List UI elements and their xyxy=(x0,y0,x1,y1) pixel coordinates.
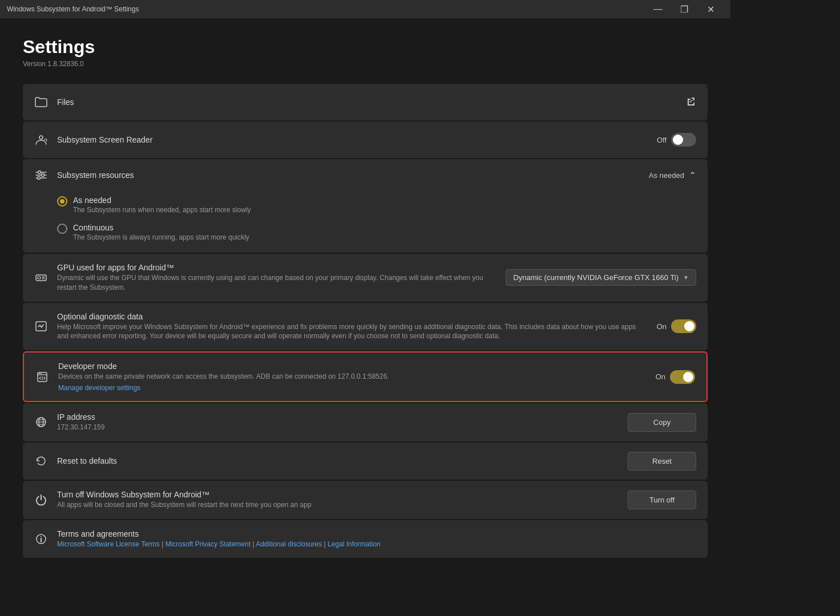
svg-point-5 xyxy=(38,171,41,174)
developer-mode-toggle[interactable] xyxy=(670,370,695,384)
terms-link-3[interactable]: Additional disclosures xyxy=(256,540,322,548)
radio-as-needed[interactable]: As needed The Subsystem runs when needed… xyxy=(57,196,696,214)
reset-icon xyxy=(34,454,48,468)
turn-off-icon xyxy=(34,493,48,506)
screen-reader-toggle-thumb xyxy=(673,135,683,145)
ip-address-row: IP address 172.30.147.159 Copy xyxy=(23,403,708,441)
subsystem-resources-content: Subsystem resources xyxy=(57,171,640,180)
gpu-row: GPU used for apps for Android™ Dynamic w… xyxy=(23,254,708,302)
diagnostic-toggle-thumb xyxy=(684,321,694,331)
developer-mode-control: On xyxy=(656,370,695,384)
window-controls: — ❐ ✕ xyxy=(645,0,724,18)
turn-off-row: Turn off Windows Subsystem for Android™ … xyxy=(23,481,708,519)
terms-link-4[interactable]: Legal Information xyxy=(328,540,381,548)
copy-button[interactable]: Copy xyxy=(628,413,696,432)
close-button[interactable]: ✕ xyxy=(697,0,724,18)
svg-point-17 xyxy=(41,373,42,374)
files-content: Files xyxy=(57,98,677,107)
turn-off-desc: All apps will be closed and the Subsyste… xyxy=(57,500,619,510)
radio-as-needed-label: As needed xyxy=(73,196,251,205)
files-title: Files xyxy=(57,98,677,107)
title-bar: Windows Subsystem for Android™ Settings … xyxy=(0,0,730,18)
developer-mode-row: Developer mode Devices on the same priva… xyxy=(23,351,708,402)
radio-continuous[interactable]: Continuous The Subsystem is always runni… xyxy=(57,223,696,241)
svg-point-16 xyxy=(39,373,40,374)
terms-link-2[interactable]: Microsoft Privacy Statement xyxy=(165,540,251,548)
settings-list: Files Subsystem Screen Reader xyxy=(23,84,708,558)
developer-mode-title: Developer mode xyxy=(58,362,647,371)
gpu-title: GPU used for apps for Android™ xyxy=(57,263,496,272)
diagnostic-toggle[interactable] xyxy=(671,319,696,333)
terms-content: Terms and agreements Microsoft Software … xyxy=(57,529,696,549)
reset-title: Reset to defaults xyxy=(57,456,619,465)
files-open-icon[interactable] xyxy=(686,97,696,107)
reset-control: Reset xyxy=(628,452,696,471)
developer-mode-toggle-label: On xyxy=(656,372,665,381)
subsystem-resources-control: As needed ⌃ xyxy=(649,170,696,181)
radio-as-needed-desc: The Subsystem runs when needed, apps sta… xyxy=(73,206,251,214)
minimize-button[interactable]: — xyxy=(645,0,671,18)
radio-continuous-desc: The Subsystem is always running, apps st… xyxy=(73,233,249,241)
screen-reader-toggle[interactable] xyxy=(671,133,696,147)
screen-reader-content: Subsystem Screen Reader xyxy=(57,135,648,144)
gpu-control: Dynamic (currently NVIDIA GeForce GTX 16… xyxy=(506,269,696,286)
screen-reader-row: Subsystem Screen Reader Off xyxy=(23,121,708,158)
svg-point-1 xyxy=(44,139,45,140)
radio-continuous-circle xyxy=(57,224,67,234)
main-content: Settings Version 1.8.32836.0 Files xyxy=(0,18,730,576)
diagnostic-desc: Help Microsoft improve your Windows Subs… xyxy=(57,322,648,342)
turn-off-button[interactable]: Turn off xyxy=(628,491,696,509)
gpu-dropdown-arrow: ▼ xyxy=(683,274,689,281)
terms-row: Terms and agreements Microsoft Software … xyxy=(23,520,708,558)
turn-off-control: Turn off xyxy=(628,491,696,509)
diagnostic-icon xyxy=(34,319,48,333)
screen-reader-title: Subsystem Screen Reader xyxy=(57,135,648,144)
ip-address-control: Copy xyxy=(628,413,696,432)
files-row: Files xyxy=(23,84,708,120)
subsystem-resources-icon xyxy=(34,168,48,182)
gpu-content: GPU used for apps for Android™ Dynamic w… xyxy=(57,263,496,293)
turn-off-title: Turn off Windows Subsystem for Android™ xyxy=(57,490,619,499)
diagnostic-content: Optional diagnostic data Help Microsoft … xyxy=(57,312,648,342)
gpu-desc: Dynamic will use the GPU that Windows is… xyxy=(57,273,496,293)
subsystem-resources-options: As needed The Subsystem runs when needed… xyxy=(34,191,696,244)
svg-rect-9 xyxy=(38,277,41,279)
maximize-button[interactable]: ❐ xyxy=(671,0,697,18)
ip-address-title: IP address xyxy=(57,412,619,422)
ip-address-content: IP address 172.30.147.159 xyxy=(57,412,619,432)
diagnostic-control: On xyxy=(657,319,696,333)
terms-links: Microsoft Software License Terms | Micro… xyxy=(57,540,696,549)
radio-as-needed-circle xyxy=(57,196,67,206)
developer-mode-toggle-thumb xyxy=(683,372,693,382)
terms-icon xyxy=(34,532,48,546)
diagnostic-toggle-label: On xyxy=(657,322,667,331)
diagnostic-title: Optional diagnostic data xyxy=(57,312,648,321)
ip-address-value: 172.30.147.159 xyxy=(57,423,619,432)
developer-mode-desc: Devices on the same private network can … xyxy=(58,372,647,382)
screen-reader-control: Off xyxy=(657,133,696,147)
svg-point-6 xyxy=(42,174,45,177)
terms-title: Terms and agreements xyxy=(57,529,696,538)
svg-point-7 xyxy=(38,177,41,180)
screen-reader-icon xyxy=(34,133,48,147)
page-version: Version 1.8.32836.0 xyxy=(23,60,708,68)
terms-link-1[interactable]: Microsoft Software License Terms xyxy=(57,540,160,548)
subsystem-resources-value: As needed xyxy=(649,171,684,180)
diagnostic-row: Optional diagnostic data Help Microsoft … xyxy=(23,303,708,351)
gpu-icon xyxy=(34,271,48,285)
turn-off-content: Turn off Windows Subsystem for Android™ … xyxy=(57,490,619,510)
reset-content: Reset to defaults xyxy=(57,456,619,465)
folder-icon xyxy=(34,95,48,109)
svg-point-26 xyxy=(41,536,42,537)
subsystem-resources-header: Subsystem resources As needed ⌃ xyxy=(34,168,696,182)
reset-button[interactable]: Reset xyxy=(628,452,696,471)
gpu-dropdown[interactable]: Dynamic (currently NVIDIA GeForce GTX 16… xyxy=(506,269,696,286)
radio-continuous-text: Continuous The Subsystem is always runni… xyxy=(73,223,249,241)
subsystem-resources-collapse-btn[interactable]: ⌃ xyxy=(689,170,696,181)
developer-mode-content: Developer mode Devices on the same priva… xyxy=(58,362,647,392)
ip-address-icon xyxy=(34,415,48,429)
gpu-dropdown-value: Dynamic (currently NVIDIA GeForce GTX 16… xyxy=(513,273,679,282)
developer-mode-link[interactable]: Manage developer settings xyxy=(58,384,140,392)
radio-as-needed-text: As needed The Subsystem runs when needed… xyxy=(73,196,251,214)
screen-reader-toggle-label: Off xyxy=(657,136,667,144)
